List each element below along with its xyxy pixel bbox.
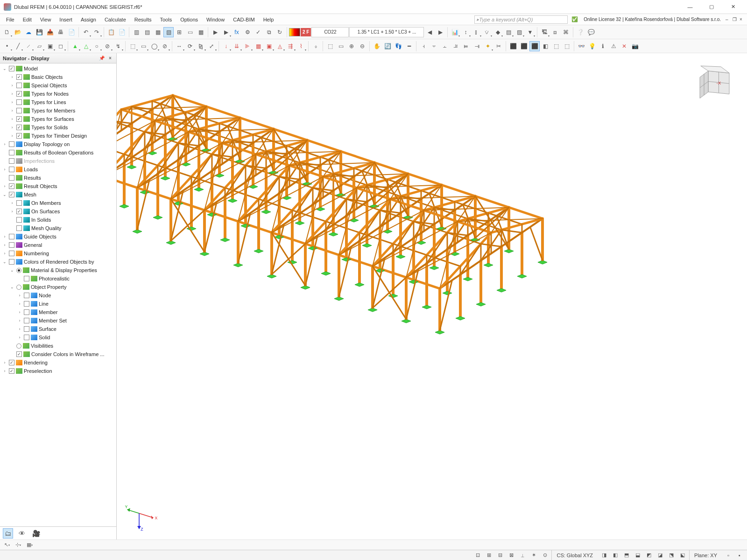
tree-expander[interactable]: ›	[2, 184, 7, 189]
mirror-tool[interactable]: ⧎▾	[196, 41, 206, 51]
tree-expander[interactable]: ›	[2, 167, 7, 172]
maximize-button[interactable]: ▢	[701, 0, 722, 14]
sb-snap-2[interactable]: ⊞	[484, 551, 493, 560]
tree-expander[interactable]: ›	[17, 327, 22, 331]
tree-item[interactable]: Consider Colors in Wireframe ...	[0, 350, 116, 358]
keyword-search[interactable]: ▸ Type a keyword (Alt+Q)	[474, 15, 568, 24]
show-results-tool[interactable]: ⬚	[562, 41, 572, 51]
tree-checkbox[interactable]	[9, 167, 14, 172]
load-formula-select[interactable]: 1.35 * LC1 + 1.50 * LC3 + ...	[349, 27, 424, 37]
align-tool-3[interactable]: ⫠	[440, 41, 450, 51]
lasso-tool[interactable]: ◯▾	[149, 41, 159, 51]
opening-tool[interactable]: ◻▾	[56, 41, 66, 51]
menu-file[interactable]: File	[2, 15, 19, 24]
model-generate-button[interactable]: ⧈	[550, 27, 560, 37]
close-button[interactable]: ✕	[723, 0, 743, 14]
zoom-in-tool[interactable]: ⊕	[346, 41, 357, 51]
zoom-all-tool[interactable]: ▭	[336, 41, 346, 51]
menu-assign[interactable]: Assign	[77, 15, 100, 24]
load-temp-tool[interactable]: ⌇▾	[296, 41, 306, 51]
eccentricity-tool[interactable]: ↯▾	[113, 41, 123, 51]
sb-view-7[interactable]: ⬔	[667, 551, 676, 560]
tree-item[interactable]: ›Member	[0, 308, 116, 316]
tree-item[interactable]: ›Preselection	[0, 367, 116, 375]
menu-calculate[interactable]: Calculate	[100, 15, 130, 24]
tree-item[interactable]: ⌄Material & Display Properties	[0, 266, 116, 274]
tree-checkbox[interactable]	[9, 192, 14, 197]
tree-item[interactable]: ›Types for Lines	[0, 98, 116, 106]
tree-item[interactable]: ›Result Objects	[0, 182, 116, 190]
load-solid-tool[interactable]: ▣▾	[264, 41, 274, 51]
paste-button[interactable]: 📄	[117, 27, 127, 37]
minimize-button[interactable]: —	[680, 0, 700, 14]
optimize-button[interactable]: ⚙	[242, 27, 253, 37]
panel-2-button[interactable]: ▤	[142, 27, 152, 37]
tree-item[interactable]: Photorealistic	[0, 274, 116, 283]
align-tool-4[interactable]: ⫡	[451, 41, 461, 51]
menu-results[interactable]: Results	[130, 15, 156, 24]
zoom-window-tool[interactable]: ⬚	[325, 41, 335, 51]
tree-item[interactable]: ⌄Mesh	[0, 190, 116, 199]
line-tool[interactable]: ╱▾	[13, 41, 23, 51]
view-persp-tool[interactable]: ◧	[540, 41, 550, 51]
tree-expander[interactable]: ⌄	[9, 285, 15, 289]
menu-view[interactable]: View	[36, 15, 56, 24]
cloud-button[interactable]: ☁	[23, 27, 34, 37]
tree-radio[interactable]	[16, 268, 21, 273]
tree-checkbox[interactable]	[24, 326, 29, 332]
deform-scale-button[interactable]: ↕▾	[460, 27, 471, 37]
tree-checkbox[interactable]	[9, 251, 14, 256]
show-loads-tool[interactable]: ⬚	[551, 41, 561, 51]
tree-item[interactable]: Results of Boolean Operations	[0, 148, 116, 157]
sb-plane[interactable]: Plane: XY	[689, 550, 722, 560]
tree-expander[interactable]: ›	[9, 117, 15, 121]
menu-help[interactable]: Help	[259, 15, 278, 24]
tree-item[interactable]: ›On Surfaces	[0, 207, 116, 216]
sb-snap-3[interactable]: ⊟	[495, 551, 505, 560]
table-button[interactable]: ▭	[185, 27, 195, 37]
panel-3-button[interactable]: ▦	[153, 27, 163, 37]
sb-view-2[interactable]: ◧	[611, 551, 620, 560]
tree-radio[interactable]	[16, 285, 21, 290]
print-button[interactable]: 🖶	[56, 27, 66, 37]
info-tool[interactable]: ℹ	[598, 41, 608, 51]
tree-expander[interactable]: ›	[9, 75, 15, 79]
tree-item[interactable]: ›Basic Objects	[0, 73, 116, 81]
sb-end-1[interactable]: ▫	[724, 551, 733, 560]
sb-end-2[interactable]: ▪	[735, 551, 744, 560]
check-button[interactable]: ✓	[253, 27, 263, 37]
camera-tool[interactable]: 📷	[630, 41, 640, 51]
tree-item[interactable]: ⌄Model	[0, 64, 116, 73]
menu-options[interactable]: Options	[176, 15, 202, 24]
tree-checkbox[interactable]	[9, 66, 14, 71]
tree-checkbox[interactable]	[24, 309, 29, 315]
tree-checkbox[interactable]	[9, 360, 14, 365]
tree-checkbox[interactable]	[16, 83, 22, 88]
tree-expander[interactable]: ⌄	[9, 268, 15, 273]
mdi-minimize-icon[interactable]: –	[726, 17, 731, 22]
wizard-button[interactable]: 🏗▾	[539, 27, 550, 37]
prev-lc-button[interactable]: ◀	[424, 27, 435, 37]
undo-button[interactable]: ↶▾	[81, 27, 91, 37]
tree-item[interactable]: ›Numbering	[0, 249, 116, 258]
orbit-tool[interactable]: 🔄	[382, 41, 393, 51]
copy-button[interactable]: 📋	[106, 27, 116, 37]
tree-checkbox[interactable]	[16, 91, 22, 97]
snap-tool[interactable]: ✦▾	[483, 41, 493, 51]
sb-snap-1[interactable]: ⊡	[473, 551, 482, 560]
calc-menu-button[interactable]: ▶▾	[221, 27, 231, 37]
menu-cad-bim[interactable]: CAD-BIM	[229, 15, 259, 24]
tree-item[interactable]: ›Rendering	[0, 358, 116, 367]
tree-item[interactable]: ›Node	[0, 291, 116, 300]
panel-4-button[interactable]: ▧	[163, 27, 174, 37]
align-tool-1[interactable]: ⫞	[418, 41, 429, 51]
tree-item[interactable]: ⌄Colors of Rendered Objects by	[0, 258, 116, 266]
move-tool[interactable]: ↔▾	[174, 41, 184, 51]
tree-checkbox[interactable]	[9, 234, 14, 239]
tree-expander[interactable]: ›	[2, 360, 7, 365]
tree-item[interactable]: ›Display Topology on	[0, 140, 116, 148]
mdi-restore-icon[interactable]: ❐	[733, 17, 738, 22]
tree-checkbox[interactable]	[24, 335, 29, 340]
tree-expander[interactable]: ›	[17, 310, 22, 315]
rotate-tool[interactable]: ⟳▾	[185, 41, 195, 51]
